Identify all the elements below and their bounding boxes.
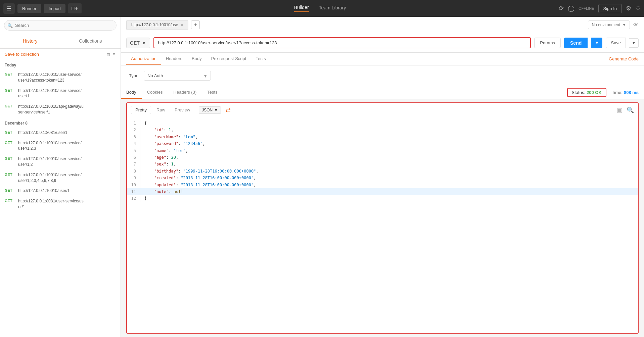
json-label: JSON bbox=[202, 108, 213, 112]
sidebar-tabs: History Collections bbox=[0, 34, 121, 49]
topbar-right: ⟳ ◯ OFFLINE Sign In ⚙ ♡ bbox=[559, 4, 641, 13]
tab-headers[interactable]: Headers bbox=[161, 53, 187, 65]
close-tab-icon[interactable]: ✕ bbox=[181, 23, 183, 27]
code-line: 4 "password": "123456", bbox=[127, 140, 638, 147]
team-library-nav[interactable]: Team Library bbox=[319, 5, 346, 12]
dec8-label: December 8 bbox=[0, 117, 121, 128]
tab-collections[interactable]: Collections bbox=[60, 34, 121, 48]
add-tab-button[interactable]: + bbox=[191, 20, 200, 29]
builder-nav[interactable]: Builder bbox=[294, 5, 309, 12]
copy-icon[interactable]: ▣ bbox=[617, 106, 623, 114]
generate-code-link[interactable]: Generate Code bbox=[609, 53, 639, 65]
list-item[interactable]: GET http://127.0.0.1:10010/api-gateway/u… bbox=[0, 101, 121, 117]
today-label: Today bbox=[0, 59, 121, 69]
time-value: 808 ms bbox=[624, 90, 639, 95]
json-format-selector[interactable]: JSON ▼ bbox=[199, 106, 221, 114]
list-item[interactable]: GET http://127.0.0.1:10010/user-service/… bbox=[0, 138, 121, 154]
search-bar: 🔍 bbox=[0, 17, 121, 34]
format-tab-raw[interactable]: Raw bbox=[152, 106, 169, 114]
save-button[interactable]: Save bbox=[606, 38, 626, 48]
tab-response-cookies[interactable]: Cookies bbox=[142, 86, 168, 99]
tab-response-headers[interactable]: Headers (3) bbox=[168, 86, 202, 99]
search-response-icon[interactable]: 🔍 bbox=[627, 106, 634, 114]
tab-response-body[interactable]: Body bbox=[121, 86, 142, 99]
list-item[interactable]: GET http://127.0.0.1:10010/user-service/… bbox=[0, 154, 121, 170]
tab-authorization[interactable]: Authorization bbox=[126, 53, 161, 65]
sidebar-toggle-button[interactable]: ☰ bbox=[3, 3, 15, 14]
url-input[interactable] bbox=[153, 37, 531, 48]
history-url: http://127.0.0.1:8081/user/1 bbox=[18, 130, 67, 136]
params-button[interactable]: Params bbox=[534, 38, 561, 48]
tab-response-tests[interactable]: Tests bbox=[202, 86, 223, 99]
history-url: http://127.0.0.1:10010/user-service/user… bbox=[18, 88, 82, 99]
response-tabs: Body Cookies Headers (3) Tests bbox=[121, 86, 223, 99]
sync-icon[interactable]: ⟳ bbox=[559, 5, 564, 12]
code-line: 1 { bbox=[127, 120, 638, 127]
auth-type-label: Type bbox=[129, 73, 138, 78]
json-selector-wrapper: JSON ▼ bbox=[199, 106, 221, 114]
code-line: 10 "updated": "2018-11-28T16:00:00.000+0… bbox=[127, 182, 638, 188]
method-selector[interactable]: GET ▼ bbox=[126, 38, 150, 48]
tab-history[interactable]: History bbox=[0, 34, 60, 48]
code-line: 11 "note": null bbox=[127, 188, 638, 195]
settings-icon[interactable]: ⚙ bbox=[626, 5, 631, 12]
wrap-icon[interactable]: ⇄ bbox=[226, 106, 231, 114]
method-badge: GET bbox=[5, 140, 15, 145]
code-line: 2 "id": 1, bbox=[127, 127, 638, 133]
environment-selector[interactable]: No environment ▼ bbox=[588, 20, 630, 29]
trash-dropdown[interactable]: ▼ bbox=[112, 52, 116, 56]
status-label: Status: bbox=[572, 90, 585, 95]
send-button[interactable]: Send bbox=[564, 38, 588, 48]
request-bar: GET ▼ Params Send ▼ Save ▼ bbox=[121, 33, 644, 53]
code-line: 5 "name": "tom", bbox=[127, 147, 638, 154]
history-url: http://127.0.0.1:10010/user-service/user… bbox=[18, 172, 82, 184]
offline-label: OFFLINE bbox=[579, 6, 594, 10]
topbar: ☰ Runner Import □+ Builder Team Library … bbox=[0, 0, 644, 17]
auth-section: Type No Auth ▼ bbox=[121, 65, 644, 86]
satellite-icon[interactable]: ◯ bbox=[568, 5, 574, 12]
time-label: Time: bbox=[612, 90, 623, 95]
format-tab-pretty[interactable]: Pretty bbox=[131, 106, 151, 114]
tab-body[interactable]: Body bbox=[187, 53, 206, 65]
json-dropdown-icon: ▼ bbox=[214, 108, 218, 112]
heart-icon[interactable]: ♡ bbox=[635, 5, 641, 12]
sign-in-button[interactable]: Sign In bbox=[598, 4, 622, 13]
tab-url-label: http://127.0.0.1:10010/use bbox=[131, 22, 178, 27]
code-line: 3 "userName": "tom", bbox=[127, 134, 638, 140]
list-item[interactable]: GET http://127.0.0.1:10010/user/1 bbox=[0, 186, 121, 196]
request-tab[interactable]: http://127.0.0.1:10010/use ✕ bbox=[126, 20, 188, 30]
import-button[interactable]: Import bbox=[44, 4, 66, 13]
list-item[interactable]: GET http://127.0.0.1:8081/user-service/u… bbox=[0, 196, 121, 212]
url-bar-area: http://127.0.0.1:10010/use ✕ + No enviro… bbox=[121, 17, 644, 33]
runner-label: Runner bbox=[22, 6, 37, 11]
save-collection-link[interactable]: Save to collection bbox=[5, 52, 39, 57]
status-value: 200 OK bbox=[587, 90, 602, 95]
method-badge: GET bbox=[5, 172, 15, 177]
time-box: Time: 808 ms bbox=[612, 90, 639, 95]
tab-pre-request-script[interactable]: Pre-request Script bbox=[206, 53, 251, 65]
list-item[interactable]: GET http://127.0.0.1:8081/user/1 bbox=[0, 128, 121, 138]
list-item[interactable]: GET http://127.0.0.1:10010/user-service/… bbox=[0, 86, 121, 102]
auth-type-select[interactable]: No Auth bbox=[144, 71, 211, 81]
format-tab-preview[interactable]: Preview bbox=[171, 106, 194, 114]
new-tab-button[interactable]: □+ bbox=[68, 3, 81, 13]
method-badge: GET bbox=[5, 130, 15, 134]
send-dropdown-button[interactable]: ▼ bbox=[591, 38, 602, 48]
method-badge: GET bbox=[5, 104, 15, 108]
main-content: http://127.0.0.1:10010/use ✕ + No enviro… bbox=[121, 17, 644, 337]
env-dropdown-icon: ▼ bbox=[622, 22, 626, 27]
trash-icon[interactable]: 🗑 bbox=[106, 51, 111, 57]
history-url: http://127.0.0.1:10010/user-service/user… bbox=[18, 140, 82, 152]
method-badge: GET bbox=[5, 156, 15, 160]
code-line: 7 "sex": 1, bbox=[127, 161, 638, 167]
runner-button[interactable]: Runner bbox=[17, 4, 41, 13]
code-line: 6 "age": 20, bbox=[127, 154, 638, 161]
list-item[interactable]: GET http://127.0.0.1:10010/user-service/… bbox=[0, 170, 121, 186]
tab-tests[interactable]: Tests bbox=[251, 53, 270, 65]
search-input[interactable] bbox=[4, 20, 117, 31]
status-box: Status: 200 OK bbox=[567, 88, 606, 97]
method-badge: GET bbox=[5, 88, 15, 92]
save-dropdown-button[interactable]: ▼ bbox=[629, 38, 639, 48]
eye-icon[interactable]: 👁 bbox=[633, 22, 639, 28]
list-item[interactable]: GET http://127.0.0.1:10010/user-service/… bbox=[0, 69, 121, 86]
